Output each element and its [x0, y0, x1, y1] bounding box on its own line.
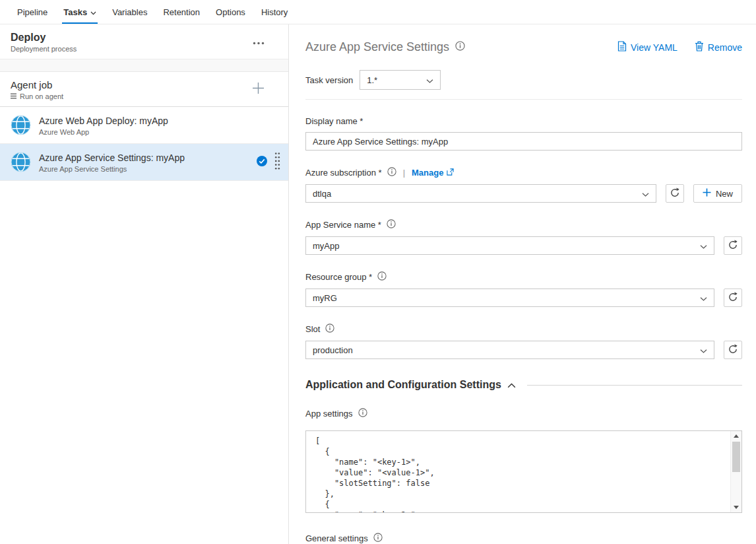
scrollbar-track[interactable]: [731, 441, 741, 502]
display-name-input[interactable]: [305, 132, 742, 151]
agent-job-header[interactable]: Agent job Run on agent: [0, 72, 288, 107]
task-version-value: 1.*: [367, 75, 377, 85]
scroll-down-arrow-icon[interactable]: [731, 502, 742, 512]
task-settings-panel: Azure App Service Settings View YAML Rem…: [289, 24, 756, 544]
tab-history-label: History: [261, 7, 288, 17]
task-text: Azure Web App Deploy: myApp Azure Web Ap…: [39, 115, 280, 136]
add-task-button[interactable]: [251, 81, 266, 98]
slot-value: production: [313, 345, 353, 355]
tab-variables[interactable]: Variables: [104, 0, 155, 24]
yaml-document-icon: [617, 41, 627, 53]
azure-app-service-settings-icon: [11, 152, 31, 172]
general-settings-label: General settings: [305, 533, 368, 543]
app-settings-editor[interactable]: [ { "name": "<key-1>", "value": "<value-…: [305, 430, 742, 513]
tab-options[interactable]: Options: [208, 0, 253, 24]
agent-job-subtitle: Run on agent: [20, 92, 63, 100]
process-title: Deploy: [11, 31, 77, 44]
tab-options-label: Options: [216, 7, 245, 17]
chevron-down-icon: [426, 75, 433, 85]
tab-retention[interactable]: Retention: [155, 0, 208, 24]
info-icon[interactable]: [325, 323, 334, 335]
chevron-down-icon: [700, 293, 707, 303]
application-configuration-section-header[interactable]: Application and Configuration Settings: [305, 379, 742, 391]
refresh-slot-button[interactable]: [724, 341, 742, 359]
scroll-up-arrow-icon[interactable]: [731, 431, 742, 441]
ellipsis-icon: [253, 37, 265, 47]
task-text: Azure App Service Settings: myApp Azure …: [39, 152, 249, 173]
resource-group-field-group: Resource group * myRG: [305, 271, 742, 307]
top-navigation: Pipeline Tasks Variables Retention Optio…: [0, 0, 756, 24]
tab-pipeline[interactable]: Pipeline: [9, 0, 55, 24]
process-subtitle: Deployment process: [11, 45, 77, 53]
azure-subscription-label: Azure subscription *: [305, 168, 382, 178]
slot-label: Slot: [305, 324, 320, 334]
refresh-app-service-button[interactable]: [724, 236, 742, 255]
manage-label: Manage: [412, 168, 443, 178]
task-title: Azure Web App Deploy: myApp: [39, 115, 280, 127]
app-service-name-select[interactable]: myApp: [305, 236, 714, 255]
info-icon[interactable]: [373, 533, 383, 544]
plus-icon: [252, 86, 265, 96]
trash-icon: [695, 41, 704, 53]
tab-variables-label: Variables: [112, 7, 147, 17]
info-icon[interactable]: [387, 167, 396, 178]
refresh-icon: [728, 240, 738, 252]
scrollbar-thumb[interactable]: [732, 442, 740, 472]
azure-subscription-select[interactable]: dtlqa: [305, 184, 656, 203]
agent-icon: [11, 92, 16, 100]
display-name-label: Display name *: [305, 116, 363, 126]
info-icon[interactable]: [455, 41, 465, 53]
plus-icon: [703, 188, 711, 199]
refresh-icon: [728, 292, 738, 304]
remove-button[interactable]: Remove: [695, 41, 742, 53]
sidebar-divider-band: [0, 59, 288, 72]
agent-job-text: Agent job Run on agent: [11, 79, 63, 100]
resource-group-label: Resource group *: [305, 272, 372, 282]
vertical-scrollbar[interactable]: [730, 431, 741, 512]
chevron-down-icon: [90, 7, 96, 17]
more-options-button[interactable]: [249, 34, 268, 50]
slot-field-group: Slot production: [305, 323, 742, 359]
new-subscription-button[interactable]: New: [693, 184, 742, 203]
view-yaml-button[interactable]: View YAML: [617, 41, 677, 53]
section-rule: [527, 385, 742, 386]
external-link-icon: [447, 168, 454, 178]
info-icon[interactable]: [358, 408, 367, 419]
chevron-down-icon: [700, 345, 707, 355]
chevron-up-icon: [507, 379, 516, 391]
section-title: Application and Configuration Settings: [305, 379, 501, 391]
tab-history[interactable]: History: [253, 0, 296, 24]
process-header-text: Deploy Deployment process: [11, 31, 77, 53]
task-item-azure-app-service-settings[interactable]: Azure App Service Settings: myApp Azure …: [0, 144, 288, 181]
info-icon[interactable]: [387, 219, 396, 230]
info-icon[interactable]: [377, 271, 387, 283]
tab-tasks-label: Tasks: [63, 7, 87, 17]
task-item-azure-web-app-deploy[interactable]: Azure Web App Deploy: myApp Azure Web Ap…: [0, 107, 288, 144]
drag-grip-icon[interactable]: [274, 152, 280, 173]
process-header[interactable]: Deploy Deployment process: [0, 24, 288, 59]
pipeline-sidebar: Deploy Deployment process Agent job Run …: [0, 24, 289, 544]
app-settings-label-row: App settings: [305, 408, 742, 419]
refresh-icon: [728, 344, 738, 357]
separator: |: [403, 168, 405, 178]
selected-check-icon: [257, 156, 267, 169]
slot-select[interactable]: production: [305, 341, 714, 359]
task-subtitle: Azure App Service Settings: [39, 165, 249, 173]
task-version-select[interactable]: 1.*: [360, 70, 441, 90]
tab-tasks[interactable]: Tasks: [55, 0, 104, 24]
refresh-icon: [670, 187, 680, 200]
manage-link[interactable]: Manage: [412, 168, 454, 178]
app-settings-content[interactable]: [ { "name": "<key-1>", "value": "<value-…: [306, 431, 730, 512]
new-label: New: [716, 189, 733, 199]
resource-group-select[interactable]: myRG: [305, 289, 714, 307]
app-service-name-value: myApp: [313, 241, 339, 251]
app-service-name-field-group: App Service name * myApp: [305, 219, 742, 255]
refresh-resource-group-button[interactable]: [724, 289, 742, 307]
remove-label: Remove: [708, 42, 742, 53]
agent-job-title: Agent job: [11, 79, 63, 91]
refresh-subscription-button[interactable]: [666, 184, 684, 203]
general-settings-label-row: General settings: [305, 533, 742, 544]
tab-pipeline-label: Pipeline: [17, 7, 47, 17]
azure-web-app-icon: [11, 115, 31, 135]
divider: [305, 99, 742, 100]
